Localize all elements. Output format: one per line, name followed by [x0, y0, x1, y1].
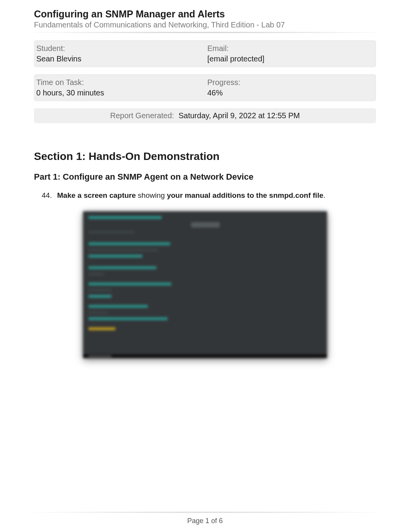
task-number: 44.	[42, 191, 57, 200]
part-heading: Part 1: Configure an SNMP Agent on a Net…	[34, 172, 376, 182]
email-label: Email:	[207, 44, 376, 53]
task-text: Make a screen capture showing your manua…	[57, 191, 325, 200]
task-bold-2: your manual additions to the snmpd.conf …	[167, 191, 323, 199]
report-value: Saturday, April 9, 2022 at 12:55 PM	[178, 111, 300, 120]
report-generated-row: Report Generated: Saturday, April 9, 202…	[34, 108, 376, 123]
student-value: Sean Blevins	[36, 54, 205, 63]
student-label: Student:	[36, 44, 205, 53]
time-value: 0 hours, 30 minutes	[36, 88, 205, 97]
time-label: Time on Task:	[36, 78, 205, 87]
document-subtitle: Fundamentals of Communications and Netwo…	[34, 20, 376, 29]
task-bold-1: Make a screen capture	[57, 191, 136, 199]
student-email-block: Student: Sean Blevins Email: [email prot…	[34, 40, 376, 67]
email-value: [email protected]	[207, 54, 376, 63]
task-end: .	[323, 191, 325, 199]
progress-label: Progress:	[207, 78, 376, 87]
report-label: Report Generated:	[110, 111, 174, 120]
page-number: Page 1 of 6	[34, 517, 376, 525]
document-title: Configuring an SNMP Manager and Alerts	[34, 8, 376, 20]
header-divider	[34, 32, 376, 33]
section-heading: Section 1: Hands-On Demonstration	[34, 150, 376, 163]
footer-divider	[34, 512, 376, 513]
task-mid: showing	[136, 191, 167, 199]
progress-value: 46%	[207, 88, 376, 97]
time-progress-block: Time on Task: 0 hours, 30 minutes Progre…	[34, 74, 376, 101]
terminal-screenshot	[83, 211, 327, 358]
task-item: 44. Make a screen capture showing your m…	[34, 191, 376, 200]
